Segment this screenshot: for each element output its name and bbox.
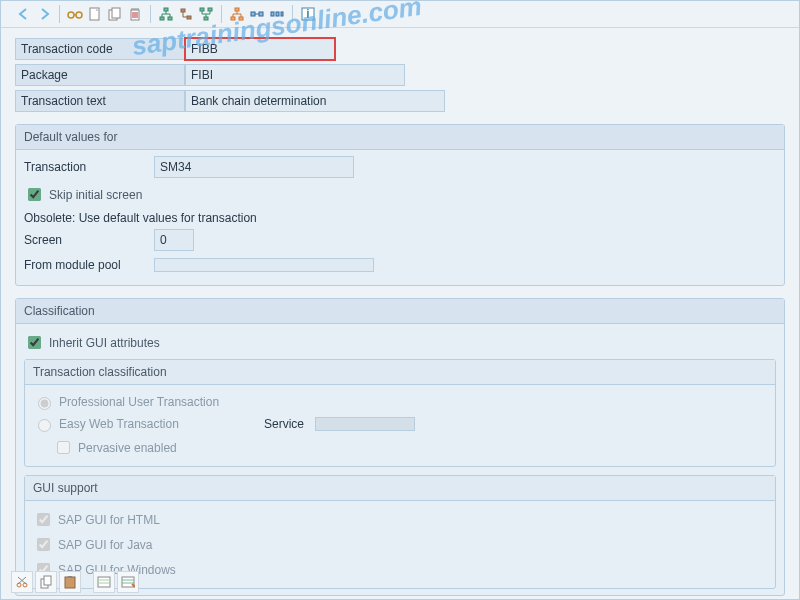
- svg-rect-28: [65, 577, 75, 588]
- toolbar-separator: [150, 5, 151, 23]
- svg-rect-27: [44, 576, 51, 585]
- flow-icon[interactable]: [177, 5, 195, 23]
- footer-toolbar: [11, 571, 139, 593]
- svg-rect-6: [164, 8, 168, 11]
- svg-rect-4: [112, 8, 120, 18]
- cut-icon[interactable]: [11, 571, 33, 593]
- copy-icon[interactable]: [35, 571, 57, 593]
- delete-icon[interactable]: [126, 5, 144, 23]
- text-row: Transaction text Bank chain determinatio…: [15, 90, 785, 112]
- toolbar-separator: [221, 5, 222, 23]
- svg-rect-17: [251, 12, 255, 16]
- svg-rect-12: [200, 8, 204, 11]
- svg-point-0: [68, 12, 74, 18]
- radio-professional-label: Professional User Transaction: [59, 395, 219, 409]
- copy-doc-icon[interactable]: [106, 5, 124, 23]
- svg-rect-8: [168, 17, 172, 20]
- transaction-label: Transaction: [24, 157, 154, 177]
- svg-rect-19: [271, 12, 274, 16]
- svg-rect-16: [239, 17, 243, 20]
- svg-rect-10: [187, 16, 191, 19]
- gui-java-check[interactable]: [37, 538, 50, 551]
- radio-professional-input[interactable]: [38, 397, 51, 410]
- paste-icon[interactable]: [59, 571, 81, 593]
- txn-class-subpanel: Transaction classification Professional …: [24, 359, 776, 467]
- gui-support-title: GUI support: [25, 476, 775, 501]
- txn-class-title: Transaction classification: [25, 360, 775, 385]
- svg-rect-15: [231, 17, 235, 20]
- gui-html-checkbox[interactable]: SAP GUI for HTML: [33, 507, 767, 532]
- classification-panel: Classification Inherit GUI attributes Tr…: [15, 298, 785, 596]
- inherit-checkbox[interactable]: Inherit GUI attributes: [24, 330, 776, 355]
- forward-icon[interactable]: [35, 5, 53, 23]
- svg-rect-29: [68, 576, 72, 578]
- toolbar-separator: [292, 5, 293, 23]
- module-pool-input[interactable]: [154, 258, 374, 272]
- svg-rect-7: [160, 17, 164, 20]
- pervasive-label: Pervasive enabled: [78, 441, 177, 455]
- service-input: [315, 417, 415, 431]
- svg-rect-18: [259, 12, 263, 16]
- module-pool-label: From module pool: [24, 255, 154, 275]
- svg-rect-20: [276, 12, 279, 16]
- flow2-icon[interactable]: [248, 5, 266, 23]
- pervasive-checkbox[interactable]: Pervasive enabled: [53, 435, 767, 460]
- radio-easyweb-label: Easy Web Transaction: [59, 417, 259, 431]
- radio-easyweb-input[interactable]: [38, 419, 51, 432]
- skip-initial-check[interactable]: [28, 188, 41, 201]
- transaction-row: Transaction SM34: [24, 156, 776, 178]
- info-icon[interactable]: i: [299, 5, 317, 23]
- new-doc-icon[interactable]: [86, 5, 104, 23]
- sap-transaction-window: saptrainingsonline.com i Transaction cod…: [0, 0, 800, 600]
- footer-gap: [83, 571, 91, 593]
- gui-html-check[interactable]: [37, 513, 50, 526]
- svg-rect-11: [204, 17, 208, 20]
- module-pool-row: From module pool: [24, 255, 776, 275]
- svg-rect-14: [235, 8, 239, 11]
- pervasive-check[interactable]: [57, 441, 70, 454]
- svg-rect-13: [208, 8, 212, 11]
- tcode-input[interactable]: FIBB: [185, 38, 335, 60]
- radio-professional[interactable]: Professional User Transaction: [33, 391, 767, 413]
- inherit-check[interactable]: [28, 336, 41, 349]
- svg-rect-21: [281, 12, 283, 16]
- display-list-icon[interactable]: [93, 571, 115, 593]
- screen-row: Screen 0: [24, 229, 776, 251]
- where-used-icon[interactable]: [117, 571, 139, 593]
- inherit-label: Inherit GUI attributes: [49, 336, 160, 350]
- transaction-input[interactable]: SM34: [154, 156, 354, 178]
- text-input[interactable]: Bank chain determination: [185, 90, 445, 112]
- tcode-label: Transaction code: [15, 38, 185, 60]
- package-input[interactable]: FIBI: [185, 64, 405, 86]
- default-values-title: Default values for: [16, 125, 784, 150]
- gui-java-label: SAP GUI for Java: [58, 538, 152, 552]
- service-label: Service: [264, 417, 304, 431]
- glasses-icon[interactable]: [66, 5, 84, 23]
- gui-java-checkbox[interactable]: SAP GUI for Java: [33, 532, 767, 557]
- obsolete-text: Obsolete: Use default values for transac…: [24, 207, 776, 229]
- package-label: Package: [15, 64, 185, 86]
- classification-title: Classification: [16, 299, 784, 324]
- svg-rect-30: [98, 577, 110, 587]
- content-area: Transaction code FIBB Package FIBI Trans…: [1, 28, 799, 600]
- svg-text:i: i: [306, 7, 309, 21]
- svg-rect-9: [181, 9, 185, 12]
- find-icon[interactable]: [228, 5, 246, 23]
- radio-easyweb-row: Easy Web Transaction Service: [33, 413, 767, 435]
- text-label: Transaction text: [15, 90, 185, 112]
- default-values-panel: Default values for Transaction SM34 Skip…: [15, 124, 785, 286]
- skip-initial-checkbox[interactable]: Skip initial screen: [24, 182, 776, 207]
- gui-html-label: SAP GUI for HTML: [58, 513, 160, 527]
- back-icon[interactable]: [15, 5, 33, 23]
- tree-up-icon[interactable]: [157, 5, 175, 23]
- application-toolbar: i: [1, 1, 799, 28]
- tree-down-icon[interactable]: [197, 5, 215, 23]
- gui-win-checkbox[interactable]: SAP GUI for Windows: [33, 557, 767, 582]
- skip-initial-label: Skip initial screen: [49, 188, 142, 202]
- screen-label: Screen: [24, 230, 154, 250]
- screen-input[interactable]: 0: [154, 229, 194, 251]
- flow3-icon[interactable]: [268, 5, 286, 23]
- svg-point-1: [76, 12, 82, 18]
- package-row: Package FIBI: [15, 64, 785, 86]
- toolbar-separator: [59, 5, 60, 23]
